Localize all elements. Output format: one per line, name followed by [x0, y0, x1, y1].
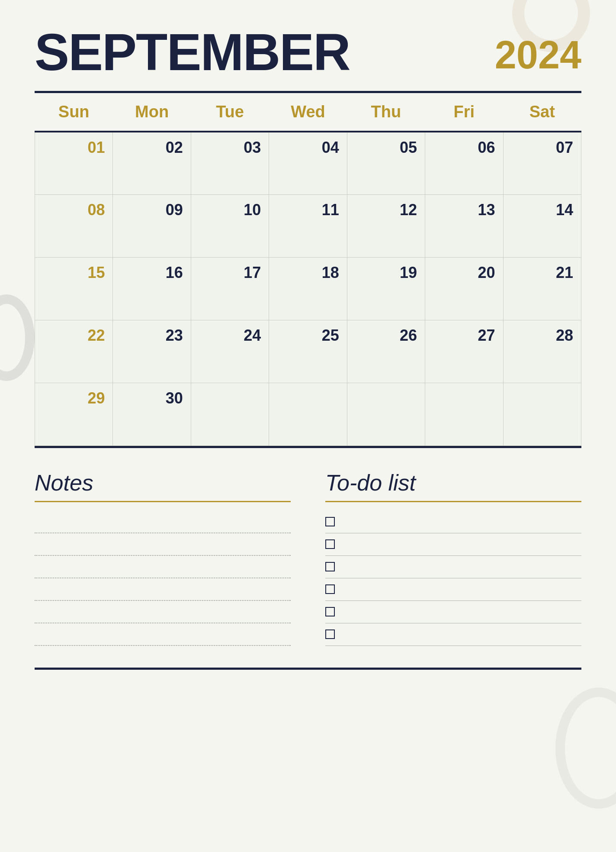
notes-line	[35, 556, 291, 578]
year-title: 2024	[495, 36, 581, 74]
todo-underline	[325, 501, 581, 502]
calendar-day-cell: 08	[35, 194, 113, 257]
calendar-day-cell	[191, 383, 269, 445]
calendar-day-cell: 27	[425, 320, 503, 383]
calendar-header: SEPTEMBER 2024	[35, 26, 581, 78]
todo-item	[325, 511, 581, 533]
col-mon: Mon	[113, 93, 191, 132]
todo-item	[325, 578, 581, 601]
calendar-day-cell: 21	[503, 257, 581, 320]
calendar-day-cell: 05	[347, 132, 425, 194]
col-wed: Wed	[269, 93, 347, 132]
notes-line	[35, 578, 291, 601]
deco-circle-left	[0, 294, 35, 381]
todo-checkbox[interactable]	[325, 562, 335, 571]
calendar-day-cell: 02	[113, 132, 191, 194]
calendar-page: SEPTEMBER 2024 Sun Mon Tue Wed Thu Fri S…	[0, 0, 616, 852]
todo-item	[325, 623, 581, 646]
calendar-week-row: 01020304050607	[35, 132, 581, 194]
notes-lines	[35, 511, 291, 646]
calendar-day-cell: 25	[269, 320, 347, 383]
todo-checkbox[interactable]	[325, 539, 335, 549]
todo-items	[325, 511, 581, 646]
deco-circle-bottom-right	[555, 687, 616, 809]
calendar-day-cell: 15	[35, 257, 113, 320]
calendar-wrapper: Sun Mon Tue Wed Thu Fri Sat 010203040506…	[35, 91, 581, 448]
notes-line	[35, 511, 291, 533]
todo-item-line	[342, 511, 581, 533]
notes-section: Notes	[35, 470, 291, 646]
notes-line	[35, 623, 291, 646]
calendar-day-cell	[269, 383, 347, 445]
todo-checkbox[interactable]	[325, 607, 335, 616]
weekday-header-row: Sun Mon Tue Wed Thu Fri Sat	[35, 93, 581, 132]
col-sat: Sat	[503, 93, 581, 132]
calendar-day-cell: 23	[113, 320, 191, 383]
month-title: SEPTEMBER	[35, 26, 350, 78]
notes-title: Notes	[35, 470, 291, 496]
todo-item-line	[342, 533, 581, 555]
todo-item	[325, 533, 581, 556]
calendar-day-cell: 06	[425, 132, 503, 194]
todo-item	[325, 601, 581, 623]
calendar-day-cell: 17	[191, 257, 269, 320]
calendar-day-cell	[347, 383, 425, 445]
todo-section: To-do list	[325, 470, 581, 646]
todo-item-line	[342, 578, 581, 600]
calendar-day-cell: 18	[269, 257, 347, 320]
col-fri: Fri	[425, 93, 503, 132]
calendar-day-cell: 14	[503, 194, 581, 257]
notes-underline	[35, 501, 291, 502]
calendar-day-cell: 12	[347, 194, 425, 257]
calendar-day-cell: 22	[35, 320, 113, 383]
todo-checkbox[interactable]	[325, 517, 335, 526]
todo-title: To-do list	[325, 470, 581, 496]
calendar-body: 0102030405060708091011121314151617181920…	[35, 132, 581, 445]
calendar-day-cell: 11	[269, 194, 347, 257]
calendar-week-row: 2930	[35, 383, 581, 445]
page-bottom-border	[35, 668, 581, 670]
todo-checkbox[interactable]	[325, 629, 335, 639]
calendar-week-row: 08091011121314	[35, 194, 581, 257]
calendar-day-cell	[503, 383, 581, 445]
calendar-week-row: 15161718192021	[35, 257, 581, 320]
calendar-day-cell: 20	[425, 257, 503, 320]
calendar-day-cell: 01	[35, 132, 113, 194]
calendar-day-cell: 30	[113, 383, 191, 445]
notes-line	[35, 533, 291, 556]
bottom-section: Notes To-do list	[35, 470, 581, 646]
calendar-day-cell: 09	[113, 194, 191, 257]
col-sun: Sun	[35, 93, 113, 132]
calendar-day-cell: 13	[425, 194, 503, 257]
calendar-day-cell: 16	[113, 257, 191, 320]
calendar-day-cell: 24	[191, 320, 269, 383]
todo-item	[325, 556, 581, 578]
calendar-day-cell: 04	[269, 132, 347, 194]
calendar-day-cell: 10	[191, 194, 269, 257]
todo-item-line	[342, 556, 581, 578]
calendar-day-cell: 03	[191, 132, 269, 194]
calendar-day-cell: 28	[503, 320, 581, 383]
todo-checkbox[interactable]	[325, 584, 335, 594]
calendar-day-cell: 19	[347, 257, 425, 320]
col-thu: Thu	[347, 93, 425, 132]
notes-line	[35, 601, 291, 623]
calendar-day-cell: 29	[35, 383, 113, 445]
calendar-day-cell	[425, 383, 503, 445]
calendar-bottom-border	[35, 446, 581, 448]
calendar-week-row: 22232425262728	[35, 320, 581, 383]
todo-item-line	[342, 601, 581, 623]
calendar-day-cell: 07	[503, 132, 581, 194]
calendar-table: Sun Mon Tue Wed Thu Fri Sat 010203040506…	[35, 93, 581, 446]
calendar-day-cell: 26	[347, 320, 425, 383]
col-tue: Tue	[191, 93, 269, 132]
todo-item-line	[342, 623, 581, 645]
